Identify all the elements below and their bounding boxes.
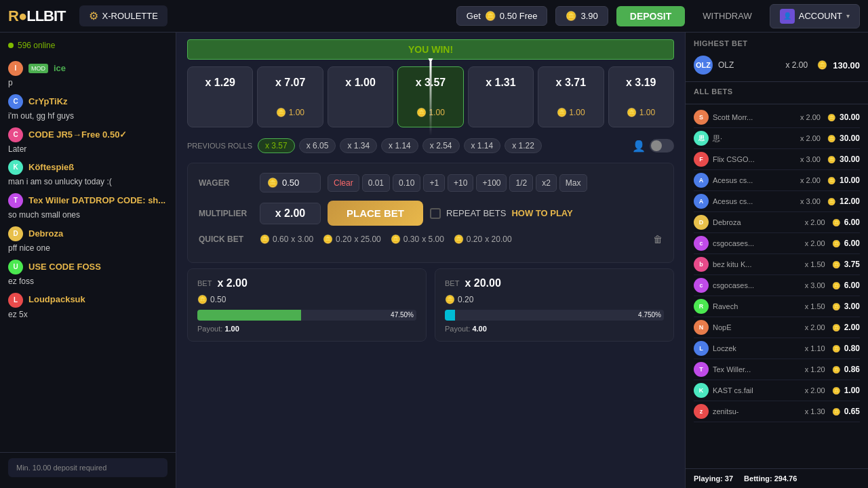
bets-list[interactable]: S Scott Morr... x 2.00 🪙 30.00 思 思· x 2.… bbox=[686, 104, 868, 468]
bet-list-row: N NopE x 2.00 🪙 2.00 bbox=[694, 317, 860, 338]
bet-list-name: Ravech bbox=[713, 302, 801, 310]
chat-message: D Debroza pff nice one bbox=[0, 224, 176, 257]
bet-list-amount: 6.00 bbox=[844, 239, 860, 248]
wager-value: 0.50 bbox=[282, 178, 299, 188]
chat-username[interactable]: Debroza bbox=[28, 228, 63, 240]
roll-badge[interactable]: x 1.14 bbox=[464, 138, 501, 153]
chat-avatar: C bbox=[8, 127, 23, 142]
bet-list-avatar: A bbox=[694, 194, 709, 209]
bet-list-amount: 30.00 bbox=[840, 155, 860, 164]
quick-bet-item[interactable]: 🪙0.30x 5.00 bbox=[391, 235, 444, 244]
bet-list-mult: x 1.50 bbox=[805, 302, 825, 310]
roll-badge[interactable]: x 3.57 bbox=[258, 138, 295, 153]
chat-username[interactable]: ice bbox=[54, 62, 66, 75]
chat-username[interactable]: Tex Willer DATDROP CODE: sh... bbox=[28, 195, 165, 207]
bet-list-mult: x 3.00 bbox=[800, 197, 821, 205]
chat-username[interactable]: Loudpacksuk bbox=[28, 293, 85, 306]
chat-message: T Tex Willer DATDROP CODE: sh... so much… bbox=[0, 190, 176, 224]
qb-mult: x 5.00 bbox=[422, 235, 444, 244]
bet-list-row: D Debroza x 2.00 🪙 6.00 bbox=[694, 212, 860, 233]
bet-list-name: NopE bbox=[713, 323, 801, 331]
chat-avatar: K bbox=[8, 160, 23, 175]
wager-btn-0.01[interactable]: 0.01 bbox=[362, 174, 390, 192]
payout-label: Payout: bbox=[445, 325, 470, 333]
progress-pct: 4.750% bbox=[638, 310, 661, 321]
bet-list-row: F Flix CSGO... x 3.00 🪙 30.00 bbox=[694, 149, 860, 170]
place-bet-button[interactable]: PLACE BET bbox=[328, 201, 423, 226]
chat-message: L Loudpacksuk ez 5x bbox=[0, 290, 176, 323]
bet-list-coin-icon: 🪙 bbox=[827, 198, 835, 205]
chat-username[interactable]: Köftespieß bbox=[28, 161, 74, 174]
chat-username[interactable]: CODE JR5→Free 0.50✓ bbox=[28, 129, 127, 141]
bet-list-coin-icon: 🪙 bbox=[827, 135, 835, 142]
qb-amount: 0.20 bbox=[336, 235, 351, 244]
wager-btn-0.10[interactable]: 0.10 bbox=[393, 174, 420, 192]
bet-list-avatar: A bbox=[694, 173, 709, 188]
bet-card: BET x 20.00 🪙 0.20 4.750% Payout: 4.00 bbox=[435, 268, 674, 342]
bet-list-row: S Scott Morr... x 2.00 🪙 30.00 bbox=[694, 107, 860, 128]
wager-btn-plus1[interactable]: +1 bbox=[423, 174, 445, 192]
quick-bet-item[interactable]: 🪙0.20x 20.00 bbox=[454, 235, 512, 244]
roulette-icon: ⚙ bbox=[89, 9, 98, 22]
roll-badge[interactable]: x 2.54 bbox=[422, 138, 460, 153]
quick-bet-item[interactable]: 🪙0.60x 3.00 bbox=[260, 235, 313, 244]
roll-badge[interactable]: x 1.14 bbox=[381, 138, 418, 153]
card-mult: x 1.00 bbox=[345, 77, 375, 89]
chat-messages[interactable]: I MOD ice p C CrYpTiKz i'm out, gg hf gu… bbox=[0, 56, 176, 452]
multiplier-row: MULTIPLIER x 2.00 PLACE BET REPEAT BETS … bbox=[199, 201, 663, 226]
bet-list-name: 思· bbox=[713, 134, 796, 144]
bet-list-row: K KAST cs.fail x 2.00 🪙 1.00 bbox=[694, 380, 860, 401]
bet-card-label: BET bbox=[445, 279, 459, 287]
wager-btn-1slash2[interactable]: 1/2 bbox=[509, 174, 533, 192]
card-bet: 🪙 1.00 bbox=[276, 108, 304, 117]
card-mult: x 3.19 bbox=[626, 77, 656, 89]
roll-badge[interactable]: x 1.22 bbox=[505, 138, 542, 153]
game-nav-button[interactable]: ⚙ X-ROULETTE bbox=[79, 5, 167, 26]
roll-badge[interactable]: x 6.05 bbox=[299, 138, 336, 153]
roulette-card: x 3.19 🪙 1.00 bbox=[608, 66, 674, 127]
deposit-button[interactable]: DEPOSIT bbox=[616, 6, 685, 26]
bet-list-name: KAST cs.fail bbox=[713, 386, 801, 394]
bet-list-avatar: S bbox=[694, 110, 709, 125]
balance-value: 3.90 bbox=[580, 11, 597, 21]
bet-card-header: BET x 2.00 bbox=[197, 277, 416, 289]
withdraw-button[interactable]: WITHDRAW bbox=[693, 7, 761, 25]
balance-coin-icon: 🪙 bbox=[566, 11, 576, 21]
quick-bet-item[interactable]: 🪙0.20x 25.00 bbox=[323, 235, 381, 244]
wager-btn-x2[interactable]: x2 bbox=[536, 174, 557, 192]
roll-badge[interactable]: x 1.34 bbox=[340, 138, 377, 153]
online-count: 596 online bbox=[18, 41, 55, 50]
account-button[interactable]: 👤 ACCOUNT ▾ bbox=[770, 4, 860, 28]
wager-btn-plus10[interactable]: +10 bbox=[448, 174, 473, 192]
qb-coin-icon: 🪙 bbox=[323, 235, 333, 244]
bet-list-name: Loczek bbox=[713, 344, 801, 352]
how-to-play-link[interactable]: HOW TO PLAY bbox=[511, 208, 572, 218]
payout-text: Payout: 4.00 bbox=[445, 325, 664, 333]
bet-list-coin-icon: 🪙 bbox=[832, 408, 840, 415]
logo[interactable]: R●LLBIT bbox=[8, 7, 66, 25]
wager-btn-max[interactable]: Max bbox=[559, 174, 587, 192]
multiplier-input[interactable]: x 2.00 bbox=[260, 203, 321, 224]
bet-list-row: 思 思· x 2.00 🪙 30.00 bbox=[694, 128, 860, 149]
chat-username[interactable]: USE CODE FOSS bbox=[28, 261, 101, 273]
account-icon: 👤 bbox=[780, 9, 795, 24]
wager-input[interactable]: 🪙 0.50 bbox=[260, 173, 321, 192]
chat-username[interactable]: CrYpTiKz bbox=[28, 96, 68, 108]
toggle-knob bbox=[651, 140, 662, 151]
bet-list-mult: x 2.00 bbox=[805, 239, 825, 247]
bet-list-amount: 10.00 bbox=[840, 176, 860, 185]
repeat-bets-checkbox[interactable] bbox=[430, 208, 441, 219]
wager-btn-clear[interactable]: Clear bbox=[328, 174, 359, 192]
bet-list-name: zenitsu- bbox=[713, 407, 801, 415]
bet-list-avatar: c bbox=[694, 278, 709, 293]
playing-label: Playing: bbox=[694, 474, 725, 483]
toggle-switch[interactable] bbox=[650, 139, 674, 152]
bet-list-row: c csgocases... x 2.00 🪙 6.00 bbox=[694, 233, 860, 254]
bet-list-mult: x 2.00 bbox=[800, 113, 821, 121]
trash-icon[interactable]: 🗑 bbox=[653, 234, 663, 245]
highest-bet-avatar: OLZ bbox=[694, 56, 713, 75]
chat-text: p bbox=[8, 77, 167, 89]
roulette-card: x 1.31 bbox=[468, 66, 534, 127]
get-free-button[interactable]: Get 🪙 0.50 Free bbox=[456, 6, 548, 26]
wager-btn-plus100[interactable]: +100 bbox=[476, 174, 507, 192]
